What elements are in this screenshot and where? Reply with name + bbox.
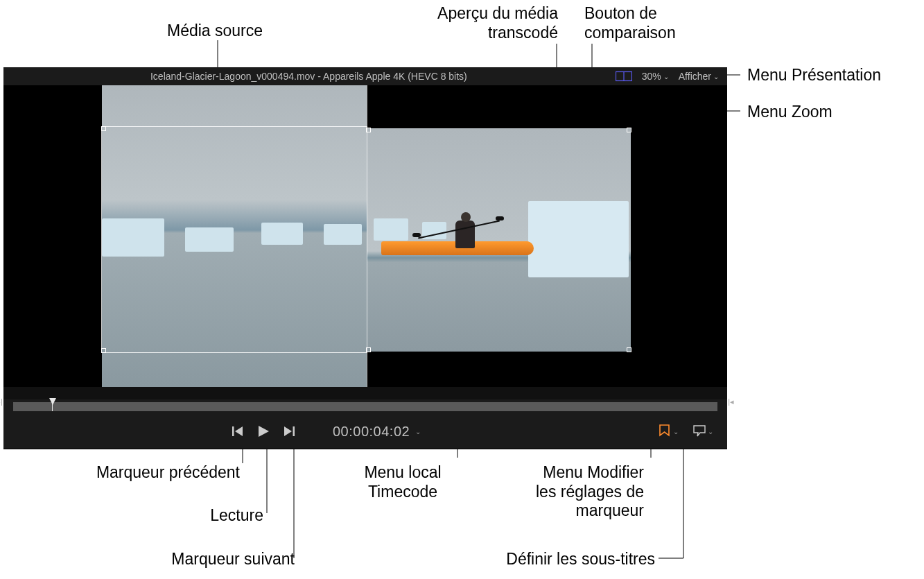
callout-zoom-menu: Menu Zoom — [747, 103, 833, 122]
in-marker-icon: ▸| — [0, 397, 3, 406]
chevron-down-icon: ⌄ — [663, 73, 669, 80]
chevron-down-icon: ⌄ — [415, 428, 421, 435]
callout-transcoded-preview: Aperçu du média transcodé — [385, 4, 558, 42]
callout-prev-marker: Marqueur précédent — [67, 463, 240, 483]
svg-marker-4 — [259, 426, 269, 437]
previous-marker-button[interactable] — [232, 425, 244, 438]
callout-play: Lecture — [139, 506, 263, 526]
svg-rect-6 — [293, 426, 295, 436]
source-crop-box[interactable] — [102, 127, 367, 352]
preview-viewer: Iceland-Glacier-Lagoon_v000494.mov - App… — [3, 67, 727, 449]
comparison-divider[interactable] — [367, 85, 367, 387]
out-marker-icon: |◂ — [728, 397, 734, 406]
timecode-value: 00:00:04:02 — [333, 424, 410, 440]
viewer-topbar: Iceland-Glacier-Lagoon_v000494.mov - App… — [3, 67, 727, 85]
transport-bar: 00:00:04:02 ⌄ ⌄ ⌄ — [3, 415, 727, 448]
zoom-value: 30% — [642, 71, 661, 82]
playhead[interactable] — [49, 398, 56, 405]
preview-canvas[interactable] — [102, 85, 631, 387]
zoom-menu[interactable]: 30% ⌄ — [642, 71, 669, 82]
callout-next-marker: Marqueur suivant — [142, 550, 295, 569]
marker-settings-menu[interactable]: ⌄ — [658, 424, 679, 439]
viewer-title: Iceland-Glacier-Lagoon_v000494.mov - App… — [12, 71, 606, 82]
callout-presentation-menu: Menu Présentation — [747, 66, 881, 85]
svg-text:⌄: ⌄ — [708, 428, 713, 435]
person-graphic — [455, 221, 475, 248]
timeline[interactable]: ▸| |◂ — [3, 399, 727, 415]
svg-text:⌄: ⌄ — [673, 428, 679, 435]
view-menu-label: Afficher — [679, 71, 711, 82]
transcoded-preview-pane — [367, 128, 631, 352]
callout-marker-settings: Menu Modifier les réglages de marqueur — [526, 463, 644, 521]
view-menu[interactable]: Afficher ⌄ — [679, 71, 719, 82]
svg-marker-5 — [284, 426, 292, 436]
canvas-area — [3, 85, 727, 387]
timecode-menu[interactable]: 00:00:04:02 ⌄ — [333, 424, 421, 440]
captions-menu[interactable]: ⌄ — [692, 424, 713, 439]
svg-rect-2 — [232, 426, 234, 436]
svg-marker-3 — [235, 426, 243, 436]
play-button[interactable] — [256, 424, 270, 438]
next-marker-button[interactable] — [283, 425, 295, 438]
comparison-button[interactable] — [616, 71, 632, 82]
callout-timecode-menu-line1: Menu local Timecode — [358, 463, 448, 501]
callout-media-source: Média source — [167, 21, 263, 41]
callout-comparison-button: Bouton de comparaison — [584, 4, 716, 42]
callout-set-captions: Définir les sous-titres — [482, 550, 655, 569]
chevron-down-icon: ⌄ — [713, 73, 719, 80]
timeline-track[interactable] — [13, 402, 717, 411]
